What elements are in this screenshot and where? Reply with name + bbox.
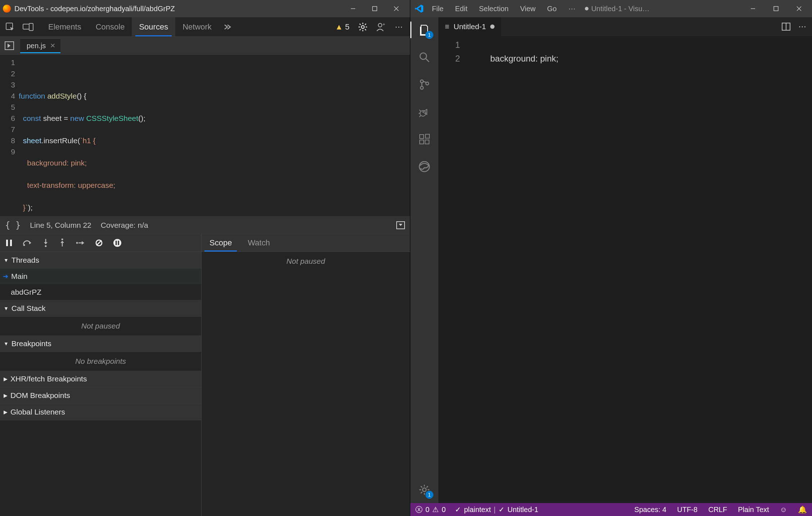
status-plaintext[interactable]: ✓plaintext | ✓Untitled-1 — [455, 505, 538, 514]
xhr-breakpoints-header[interactable]: ▶XHR/fetch Breakpoints — [0, 371, 201, 387]
close-file-icon[interactable]: ✕ — [50, 42, 55, 50]
menu-file[interactable]: File — [427, 3, 448, 15]
vscode-statusbar: ⓧ0 ⚠0 ✓plaintext | ✓Untitled-1 Spaces: 4… — [410, 503, 812, 516]
editor-tab-untitled-1[interactable]: ≡ Untitled-1 — [438, 17, 501, 36]
source-control-icon[interactable] — [417, 77, 432, 92]
debugger-panes: ▼Threads ➔Main abdGrPZ ▼Call Stack Not p… — [0, 252, 410, 516]
svg-line-59 — [427, 486, 428, 488]
svg-rect-35 — [774, 6, 778, 11]
code-content[interactable]: function addStyle() { const sheet = new … — [19, 55, 410, 216]
vs-minimize-button[interactable] — [742, 0, 764, 17]
status-language[interactable]: Plain Text — [738, 506, 769, 514]
close-icon — [394, 6, 399, 11]
step-icon[interactable] — [76, 240, 85, 246]
split-editor-icon[interactable] — [782, 23, 790, 31]
vscode-title: Untitled-1 - Visu… — [582, 5, 741, 13]
menu-edit[interactable]: Edit — [450, 3, 472, 15]
svg-point-31 — [113, 239, 121, 247]
status-spaces[interactable]: Spaces: 4 — [634, 506, 666, 514]
search-icon[interactable] — [417, 50, 432, 65]
vscode-editor[interactable]: 1 2 background: pink; — [438, 36, 812, 503]
vscode-titlebar[interactable]: File Edit Selection View Go ⋯ Untitled-1… — [410, 0, 812, 17]
tab-elements[interactable]: Elements — [41, 17, 89, 36]
pause-icon[interactable] — [6, 239, 12, 246]
notifications-icon[interactable]: 🔔 — [798, 505, 807, 514]
devtools-toolbar: Elements Console Sources Network ▲ 5 + — [0, 17, 410, 37]
vs-line-gutter: 1 2 — [438, 36, 466, 503]
breakpoints-header[interactable]: ▼Breakpoints — [0, 335, 201, 352]
account-icon[interactable]: + — [376, 22, 386, 32]
edge-tools-icon[interactable] — [417, 159, 432, 174]
toggle-drawer-icon[interactable] — [396, 221, 405, 229]
close-button[interactable] — [385, 0, 407, 17]
step-over-icon[interactable] — [22, 239, 32, 246]
thread-worker[interactable]: abdGrPZ — [0, 284, 201, 300]
file-tab-label: pen.js — [27, 42, 46, 50]
status-errors[interactable]: ⓧ0 ⚠0 — [415, 505, 446, 515]
error-icon: ⓧ — [415, 505, 423, 515]
svg-line-14 — [365, 24, 366, 25]
menu-overflow-icon[interactable]: ⋯ — [563, 2, 581, 15]
svg-point-27 — [76, 242, 78, 244]
vscode-window: File Edit Selection View Go ⋯ Untitled-1… — [410, 0, 812, 516]
warnings-count: 5 — [345, 22, 349, 32]
minimize-icon — [350, 6, 356, 12]
more-icon[interactable]: ⋯ — [395, 22, 403, 32]
status-encoding[interactable]: UTF-8 — [677, 506, 698, 514]
tab-overflow-icon[interactable] — [219, 17, 236, 36]
minimize-button[interactable] — [342, 0, 364, 17]
pretty-print-icon[interactable]: { } — [5, 220, 21, 230]
caret-right-icon: ▶ — [4, 393, 8, 398]
menu-go[interactable]: Go — [542, 3, 562, 15]
global-listeners-header[interactable]: ▶Global Listeners — [0, 404, 201, 420]
devtools-logo-icon — [3, 5, 11, 13]
tab-watch[interactable]: Watch — [240, 234, 278, 252]
caret-down-icon: ▼ — [4, 257, 9, 263]
step-into-icon[interactable] — [42, 239, 49, 247]
vs-code-content[interactable]: background: pink; — [466, 36, 812, 503]
svg-point-26 — [62, 239, 63, 240]
settings-gear-icon[interactable]: 1 — [417, 482, 432, 497]
thread-main[interactable]: ➔Main — [0, 268, 201, 284]
threads-header[interactable]: ▼Threads — [0, 252, 201, 268]
callstack-header[interactable]: ▼Call Stack — [0, 300, 201, 317]
source-editor[interactable]: 123456789 function addStyle() { const sh… — [0, 55, 410, 217]
devtools-titlebar[interactable]: DevTools - codepen.io/zoherghadyali/full… — [0, 0, 410, 17]
svg-line-39 — [426, 59, 429, 62]
menu-selection[interactable]: Selection — [474, 3, 514, 15]
caret-right-icon: ▶ — [4, 409, 8, 415]
tab-console[interactable]: Console — [89, 17, 132, 36]
caret-down-icon: ▼ — [4, 341, 9, 347]
debug-icon[interactable] — [417, 104, 432, 119]
deactivate-breakpoints-icon[interactable] — [95, 239, 103, 247]
device-toolbar-icon[interactable] — [22, 21, 34, 33]
extensions-icon[interactable] — [417, 132, 432, 147]
step-out-icon[interactable] — [59, 239, 66, 247]
vs-close-button[interactable] — [788, 0, 810, 17]
editor-more-icon[interactable]: ⋯ — [798, 22, 806, 31]
vscode-logo-icon — [412, 4, 425, 13]
file-tab-bar: pen.js ✕ — [0, 37, 410, 55]
inspect-element-icon[interactable] — [4, 21, 16, 33]
pause-on-exceptions-icon[interactable] — [113, 239, 122, 247]
breakpoints-empty: No breakpoints — [0, 352, 201, 371]
svg-text:+: + — [383, 22, 385, 27]
toggle-navigator-icon[interactable] — [1, 41, 17, 50]
settings-icon[interactable] — [358, 22, 367, 32]
warnings-badge[interactable]: ▲ 5 — [335, 22, 349, 32]
tab-scope[interactable]: Scope — [202, 234, 240, 252]
file-tab-pen-js[interactable]: pen.js ✕ — [20, 39, 60, 53]
status-eol[interactable]: CRLF — [708, 506, 727, 514]
svg-point-16 — [378, 23, 382, 27]
editor-tab-label: Untitled-1 — [454, 22, 486, 31]
vs-maximize-button[interactable] — [765, 0, 787, 17]
maximize-button[interactable] — [364, 0, 385, 17]
svg-rect-48 — [420, 140, 424, 144]
tab-sources[interactable]: Sources — [132, 17, 175, 36]
menu-view[interactable]: View — [515, 3, 541, 15]
explorer-icon[interactable]: 1 — [417, 22, 432, 37]
dom-breakpoints-header[interactable]: ▶DOM Breakpoints — [0, 387, 201, 404]
svg-line-44 — [419, 110, 421, 111]
feedback-icon[interactable]: ☺ — [780, 506, 787, 514]
tab-network[interactable]: Network — [175, 17, 219, 36]
